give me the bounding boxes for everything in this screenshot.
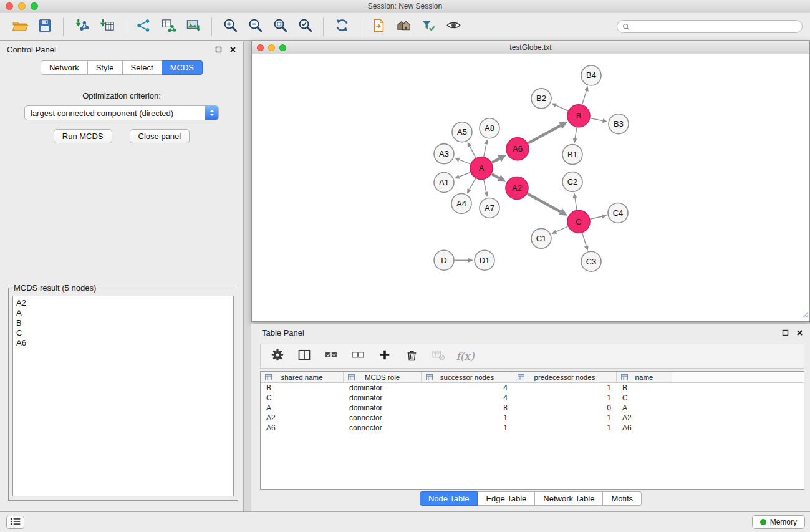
mcds-result-list[interactable]: A2ABCA6 xyxy=(12,296,234,496)
result-item[interactable]: B xyxy=(16,318,230,328)
column-header-successor-nodes[interactable]: successor nodes xyxy=(422,372,513,382)
run-mcds-button[interactable]: Run MCDS xyxy=(54,129,112,143)
close-table-panel-icon[interactable] xyxy=(796,329,803,336)
node-A7[interactable]: A7 xyxy=(480,198,499,218)
open-document-button[interactable] xyxy=(366,16,391,38)
edge-A-A4[interactable] xyxy=(470,178,476,190)
criterion-dropdown[interactable]: largest connected component (directed) xyxy=(24,105,219,120)
tab-style[interactable]: Style xyxy=(88,60,123,75)
column-header-shared-name[interactable]: shared name xyxy=(261,372,344,382)
add-row-button[interactable] xyxy=(376,347,393,365)
node-C[interactable]: C xyxy=(567,210,590,233)
apply-filter-button[interactable] xyxy=(416,16,441,38)
edge-A-A3[interactable] xyxy=(459,160,470,164)
column-header-predecessor-nodes[interactable]: predecessor nodes xyxy=(513,372,617,382)
edge-A-A8[interactable] xyxy=(484,144,486,157)
first-neighbors-button[interactable] xyxy=(391,16,416,38)
tab-mcds[interactable]: MCDS xyxy=(162,60,203,75)
select-all-button[interactable] xyxy=(322,347,340,365)
node-B1[interactable]: B1 xyxy=(562,145,582,165)
edge-B-B1[interactable] xyxy=(575,127,577,138)
tab-edge-table[interactable]: Edge Table xyxy=(478,491,535,506)
tab-select[interactable]: Select xyxy=(123,60,162,75)
task-history-button[interactable] xyxy=(6,516,24,529)
node-B3[interactable]: B3 xyxy=(609,114,629,134)
node-A1[interactable]: A1 xyxy=(434,173,454,193)
column-header-mcds-role[interactable]: MCDS role xyxy=(344,372,422,382)
node-C4[interactable]: C4 xyxy=(608,203,628,223)
node-C2[interactable]: C2 xyxy=(562,172,582,192)
tab-network[interactable]: Network xyxy=(41,60,88,75)
zoom-fit-button[interactable] xyxy=(268,16,292,38)
network-minimize-button[interactable] xyxy=(268,44,275,51)
network-canvas[interactable]: B4B2BB3A5A8A6B1A3AC2A1A2A4A7C4CC1C3DD1 xyxy=(252,55,809,321)
function-builder-button[interactable]: f(x) xyxy=(456,347,474,365)
edge-B-B3[interactable] xyxy=(591,118,603,121)
node-B4[interactable]: B4 xyxy=(581,65,601,85)
node-D[interactable]: D xyxy=(434,250,454,270)
edge-A-A1[interactable] xyxy=(459,172,470,177)
close-panel-button[interactable]: Close panel xyxy=(130,129,190,143)
node-A6[interactable]: A6 xyxy=(506,138,529,160)
import-network-file-button[interactable] xyxy=(69,16,94,38)
table-row[interactable]: Cdominator41C xyxy=(261,393,804,403)
node-A5[interactable]: A5 xyxy=(452,122,472,142)
split-columns-button[interactable] xyxy=(296,347,313,365)
edge-A-A5[interactable] xyxy=(470,147,476,158)
node-B[interactable]: B xyxy=(567,105,590,127)
delete-row-button[interactable] xyxy=(403,347,420,365)
memory-button[interactable]: Memory xyxy=(752,515,805,529)
tab-motifs[interactable]: Motifs xyxy=(603,491,642,506)
edge-C-C1[interactable] xyxy=(556,226,568,232)
node-C1[interactable]: C1 xyxy=(531,228,551,248)
edge-C-C3[interactable] xyxy=(582,233,587,246)
settings-button[interactable] xyxy=(269,347,286,365)
tab-node-table[interactable]: Node Table xyxy=(420,491,478,506)
result-item[interactable]: C xyxy=(16,328,230,338)
export-image-button[interactable] xyxy=(181,16,206,38)
edge-B-B2[interactable] xyxy=(556,105,568,111)
table-row[interactable]: Bdominator41B xyxy=(261,383,804,393)
table-row[interactable]: A2connector11A2 xyxy=(261,413,804,423)
refresh-network-button[interactable] xyxy=(329,16,354,38)
zoom-in-button[interactable] xyxy=(218,16,243,38)
network-table-button[interactable] xyxy=(156,16,181,38)
node-A[interactable]: A xyxy=(470,157,493,180)
show-hide-panel-button[interactable] xyxy=(441,16,466,38)
resize-grip-icon[interactable] xyxy=(801,309,809,321)
save-session-button[interactable] xyxy=(32,16,57,38)
node-B2[interactable]: B2 xyxy=(531,89,551,109)
tab-network-table[interactable]: Network Table xyxy=(535,491,603,506)
node-A3[interactable]: A3 xyxy=(434,144,454,164)
import-table-file-button[interactable] xyxy=(94,16,119,38)
zoom-out-button[interactable] xyxy=(243,16,268,38)
node-C3[interactable]: C3 xyxy=(581,251,601,271)
result-item[interactable]: A6 xyxy=(16,338,230,348)
node-D1[interactable]: D1 xyxy=(475,250,494,270)
edge-C-C4[interactable] xyxy=(591,216,602,219)
minimize-window-button[interactable] xyxy=(18,2,26,10)
float-table-panel-icon[interactable] xyxy=(782,329,789,336)
float-panel-icon[interactable] xyxy=(215,46,222,53)
node-A2[interactable]: A2 xyxy=(506,177,528,200)
network-close-button[interactable] xyxy=(257,44,264,51)
edge-B-B4[interactable] xyxy=(582,91,587,105)
search-input[interactable] xyxy=(633,22,797,31)
open-session-button[interactable] xyxy=(7,16,32,38)
column-header-name[interactable]: name xyxy=(617,372,672,382)
close-panel-icon[interactable] xyxy=(229,46,236,53)
table-row[interactable]: A6connector11A6 xyxy=(261,423,804,433)
share-network-button[interactable] xyxy=(131,16,156,38)
edge-A-A2[interactable] xyxy=(492,174,499,178)
result-item[interactable]: A2 xyxy=(16,298,230,308)
edge-A-A6[interactable] xyxy=(492,158,499,162)
table-row[interactable]: Adominator80A xyxy=(261,403,804,413)
zoom-selected-button[interactable] xyxy=(292,16,317,38)
close-window-button[interactable] xyxy=(6,2,13,10)
node-A4[interactable]: A4 xyxy=(451,193,471,213)
edge-A-A7[interactable] xyxy=(484,180,486,192)
edge-C-C2[interactable] xyxy=(575,198,577,210)
maximize-window-button[interactable] xyxy=(31,2,38,10)
result-item[interactable]: A xyxy=(16,308,230,318)
edge-A2-C[interactable] xyxy=(528,194,561,212)
